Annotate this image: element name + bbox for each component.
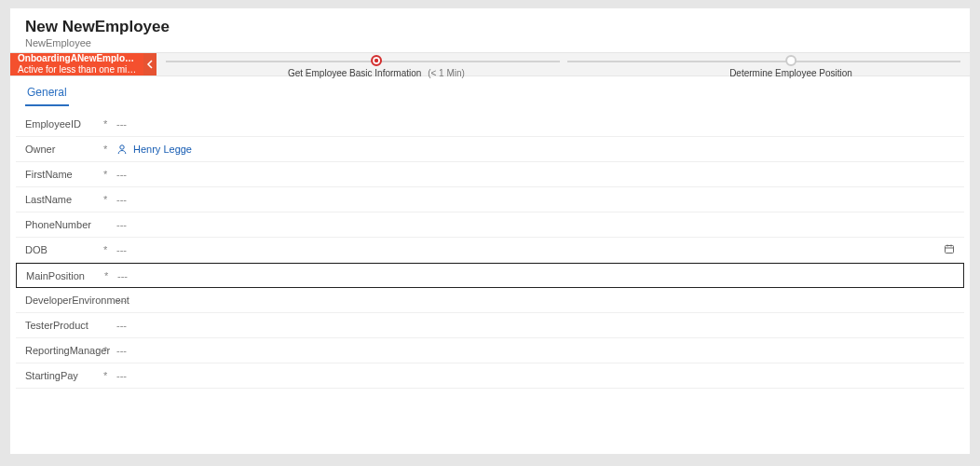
page-title: New NewEmployee xyxy=(25,18,955,36)
svg-point-0 xyxy=(120,145,124,149)
label-owner: Owner xyxy=(25,144,103,155)
required-marker: * xyxy=(103,118,111,130)
required-marker: * xyxy=(104,270,112,281)
value-firstname: --- xyxy=(116,169,127,180)
person-icon xyxy=(116,144,128,155)
required-marker: * xyxy=(103,144,111,155)
label-startingpay: StartingPay xyxy=(25,370,103,381)
required-marker: * xyxy=(103,169,111,180)
field-lastname[interactable]: LastName * --- xyxy=(16,187,964,212)
label-testerproduct: TesterProduct xyxy=(25,320,103,331)
label-reportingmanager: ReportingManager xyxy=(25,345,103,356)
field-dob[interactable]: DOB * --- xyxy=(16,238,964,263)
label-firstname: FirstName xyxy=(25,169,103,180)
process-collapse-chevron[interactable] xyxy=(143,53,157,75)
field-developerenvironment[interactable]: DeveloperEnvironment --- xyxy=(16,288,964,313)
process-name: OnboardingANewEmplo… xyxy=(18,53,136,64)
required-marker: * xyxy=(103,370,111,381)
field-testerproduct[interactable]: TesterProduct --- xyxy=(16,313,964,338)
stage-1-label: Get Employee Basic Information xyxy=(288,68,421,78)
value-lastname: --- xyxy=(116,194,127,205)
stage-1-time: (< 1 Min) xyxy=(428,68,465,78)
field-mainposition[interactable]: MainPosition * --- xyxy=(16,263,964,288)
label-phonenumber: PhoneNumber xyxy=(25,219,103,230)
value-startingpay: --- xyxy=(116,370,127,381)
label-mainposition: MainPosition xyxy=(26,270,104,281)
label-employeeid: EmployeeID xyxy=(25,118,103,130)
process-pill[interactable]: OnboardingANewEmplo… Active for less tha… xyxy=(10,53,143,75)
label-developerenvironment: DeveloperEnvironment xyxy=(25,295,103,306)
value-mainposition: --- xyxy=(117,270,128,281)
field-reportingmanager[interactable]: ReportingManager * --- xyxy=(16,338,964,363)
required-marker: * xyxy=(103,194,111,205)
entity-name: NewEmployee xyxy=(25,37,955,48)
value-developerenvironment: --- xyxy=(116,295,127,306)
svg-rect-1 xyxy=(946,245,954,253)
field-startingpay[interactable]: StartingPay * --- xyxy=(16,363,964,389)
chevron-left-icon xyxy=(146,56,154,73)
value-employeeid: --- xyxy=(116,118,127,130)
label-lastname: LastName xyxy=(25,194,103,205)
field-employeeid[interactable]: EmployeeID * --- xyxy=(16,112,964,137)
label-dob: DOB xyxy=(25,244,103,255)
field-owner[interactable]: Owner * Henry Legge xyxy=(16,137,964,162)
value-owner[interactable]: Henry Legge xyxy=(133,144,192,155)
field-firstname[interactable]: FirstName * --- xyxy=(16,162,964,187)
field-phonenumber[interactable]: PhoneNumber --- xyxy=(16,212,964,238)
value-phonenumber: --- xyxy=(116,219,127,230)
tab-general[interactable]: General xyxy=(25,80,69,106)
stage-2[interactable]: Determine Employee Position xyxy=(729,55,852,78)
stage-1[interactable]: Get Employee Basic Information (< 1 Min) xyxy=(288,55,465,78)
process-status: Active for less than one mi… xyxy=(18,64,136,75)
process-bar: OnboardingANewEmplo… Active for less tha… xyxy=(10,52,970,76)
stage-2-label: Determine Employee Position xyxy=(729,68,852,78)
required-marker: * xyxy=(103,345,111,356)
required-marker: * xyxy=(103,244,111,255)
value-reportingmanager: --- xyxy=(116,345,127,356)
value-dob: --- xyxy=(116,244,127,255)
form: EmployeeID * --- Owner * Henry Legge Fir… xyxy=(10,106,970,398)
calendar-icon[interactable] xyxy=(934,243,955,257)
value-testerproduct: --- xyxy=(116,320,127,331)
